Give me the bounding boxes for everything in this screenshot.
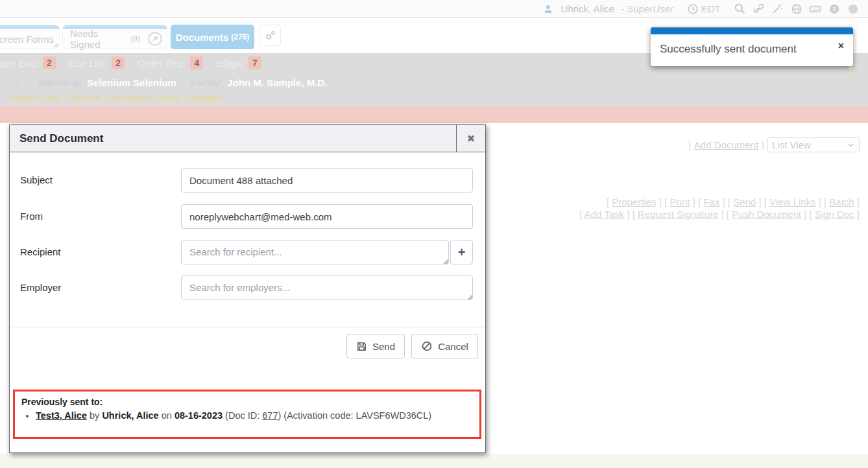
- status-open-enc[interactable]: Open Enc: 2: [0, 56, 56, 69]
- previously-sent-heading: Previously sent to:: [21, 395, 473, 408]
- link-icon[interactable]: [753, 3, 765, 15]
- resize-handle-icon[interactable]: [443, 259, 448, 264]
- cancel-button-label: Cancel: [438, 341, 468, 352]
- patient-org: Corp.: [0, 77, 24, 88]
- action-print[interactable]: Print: [670, 196, 690, 207]
- tab-documents-count: (276): [231, 32, 249, 41]
- status-order-req-badge[interactable]: 4: [190, 56, 203, 69]
- modal-header: Send Document ✖: [10, 125, 485, 152]
- action-batch[interactable]: Batch: [829, 196, 854, 207]
- timezone-control[interactable]: EDT: [686, 3, 721, 15]
- toast-accent-bar: [651, 27, 853, 34]
- previously-sent-highlight: Previously sent to: Test3, Alice by Uhri…: [13, 390, 481, 439]
- status-open-enc-label: Open Enc:: [0, 58, 38, 69]
- help-icon[interactable]: ?: [828, 3, 840, 15]
- user-name[interactable]: Uhrick, Alice: [561, 3, 615, 14]
- popout-icon[interactable]: [147, 30, 163, 47]
- status-esign-badge[interactable]: 7: [248, 56, 261, 69]
- toast-message: Successfully sent document: [660, 43, 797, 55]
- action-fax[interactable]: Fax: [703, 196, 719, 207]
- bracket: ]: [627, 209, 629, 220]
- status-esign[interactable]: eSign: 7: [216, 56, 261, 69]
- recipient-input[interactable]: [181, 240, 449, 264]
- tab-screen-forms-label: Screen Forms: [0, 34, 54, 45]
- employer-label: Employer: [20, 282, 61, 293]
- action-view-links[interactable]: View Links: [769, 196, 815, 207]
- globe-icon[interactable]: [790, 3, 802, 15]
- patient-bar: Corp. Attending: Selenium Selenium Famil…: [0, 73, 868, 106]
- user-icon: [542, 3, 555, 15]
- action-sign-doc[interactable]: Sign Doc: [815, 209, 854, 220]
- wand-icon[interactable]: [771, 3, 784, 15]
- employer-input[interactable]: [181, 275, 473, 300]
- action-add-task[interactable]: Add Task: [585, 209, 624, 220]
- attending-label: Attending:: [38, 77, 82, 88]
- search-icon[interactable]: [734, 3, 746, 15]
- clock-icon: [686, 3, 699, 15]
- status-due-list-badge[interactable]: 2: [112, 56, 125, 69]
- resize-handle-icon[interactable]: [467, 294, 472, 299]
- bracket: [: [664, 196, 667, 207]
- toast-close-icon[interactable]: ×: [838, 40, 844, 52]
- tab-screen-forms[interactable]: Screen Forms: [0, 25, 60, 49]
- status-due-list-label: Due List:: [69, 58, 107, 69]
- bracket: ]: [857, 209, 860, 220]
- action-push-document[interactable]: Push Document: [732, 209, 801, 220]
- chevron-down-icon: [847, 141, 855, 149]
- modal-close-button[interactable]: ✖: [456, 125, 485, 152]
- from-label: From: [20, 211, 43, 222]
- family-name: John M. Sample, M.D.: [227, 77, 327, 88]
- presence-circle-icon[interactable]: [847, 3, 859, 15]
- bracket: [: [698, 196, 701, 207]
- tab-needs-signed-label: Needs Signed: [70, 28, 128, 50]
- action-request-signature[interactable]: Request Signature: [638, 209, 718, 220]
- page-footer-strip: [0, 454, 868, 468]
- prev-doc-id-link[interactable]: 677: [262, 410, 278, 421]
- meds-label: s:: [0, 92, 6, 103]
- family-label: Family:: [191, 77, 222, 88]
- previously-sent-entry: Test3, Alice by Uhrick, Alice on 08-16-2…: [36, 409, 473, 423]
- prev-recipient-link[interactable]: Test3, Alice: [36, 410, 87, 421]
- view-mode-select[interactable]: List View: [767, 137, 860, 152]
- send-button[interactable]: Send: [346, 334, 405, 358]
- prev-on-word: on: [162, 410, 172, 421]
- status-due-list[interactable]: Due List: 2: [69, 56, 125, 69]
- bracket: [: [824, 196, 826, 207]
- top-bar: Uhrick, Alice - SuperUser EDT ?: [0, 0, 868, 18]
- bracket: ]: [693, 196, 695, 207]
- cancel-button[interactable]: Cancel: [411, 334, 478, 358]
- add-document-link[interactable]: Add Document: [694, 139, 758, 150]
- tab-needs-signed-count: (9): [130, 34, 140, 43]
- action-send[interactable]: Send: [733, 196, 756, 207]
- prev-sender: Uhrick, Alice: [102, 410, 158, 421]
- bracket: [: [809, 209, 812, 220]
- tab-settings-button[interactable]: [259, 25, 281, 46]
- bracket: ]: [721, 209, 724, 220]
- bracket: [: [579, 209, 582, 220]
- medications-list[interactable]: Aspirin Oral, Calcium, Coumadin, Lasix, …: [10, 92, 223, 103]
- modal-title: Send Document: [10, 125, 485, 152]
- tab-documents[interactable]: Documents (276): [171, 25, 254, 49]
- add-recipient-button[interactable]: +: [450, 240, 473, 264]
- send-document-modal: Send Document ✖ Subject From Recipient +…: [9, 124, 486, 453]
- subject-input[interactable]: [181, 168, 473, 193]
- keyboard-icon[interactable]: [809, 3, 821, 15]
- cancel-icon: [421, 340, 433, 352]
- bracket: ]: [722, 196, 725, 207]
- action-properties[interactable]: Properties: [612, 196, 656, 207]
- status-open-enc-badge[interactable]: 2: [43, 56, 56, 69]
- alert-bar: [0, 106, 868, 123]
- modal-divider: [10, 327, 485, 327]
- status-order-req[interactable]: Order Req: 4: [138, 56, 203, 69]
- gear-icon: [263, 29, 278, 43]
- bracket: ]: [819, 196, 821, 207]
- from-input[interactable]: [181, 204, 473, 229]
- bracket: ]: [758, 196, 761, 207]
- tab-needs-signed[interactable]: Needs Signed (9): [62, 25, 167, 49]
- toolbar-separator: |: [762, 139, 764, 150]
- document-actions-line2: [ Add Task ] [ Request Signature ] [ Pus…: [579, 208, 860, 220]
- bracket: ]: [804, 209, 806, 220]
- document-actions: [ Properties ] [ Print ] [ Fax ] [ Send …: [579, 196, 860, 220]
- bracket: [: [727, 209, 729, 220]
- attending-name: Selenium Selenium: [87, 77, 176, 88]
